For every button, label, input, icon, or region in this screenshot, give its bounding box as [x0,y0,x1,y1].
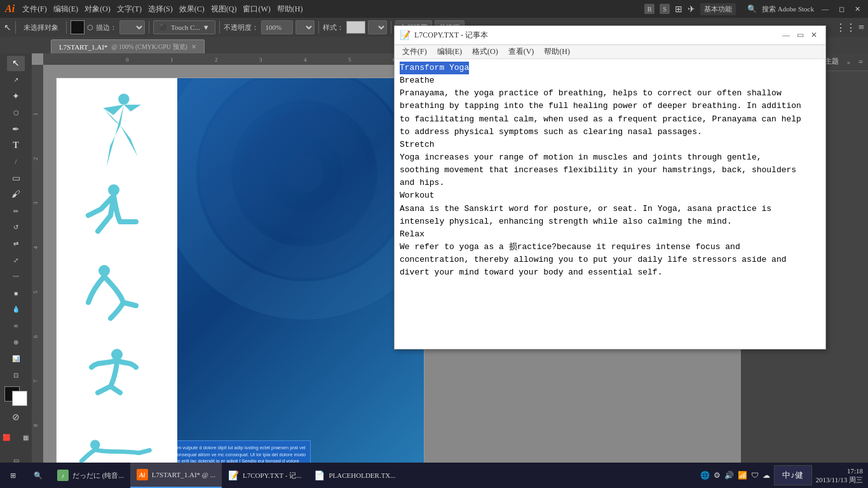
none-color[interactable]: ⊘ [7,410,25,425]
illustrator-label: L7START_1.AI* @ ... [152,471,215,478]
bridge-icon[interactable]: S [660,4,670,14]
selection-tool[interactable]: ↖ [7,56,25,71]
opacity-input[interactable]: 100% [261,20,293,34]
notepad-maximize-btn[interactable]: ▭ [794,29,806,42]
grid-icon[interactable]: ⊞ [675,4,682,15]
menu-object[interactable]: 对象(O) [85,4,111,15]
menu-window[interactable]: 窗口(W) [243,4,270,15]
yoga-figure-3 [79,251,155,329]
blend-tool[interactable]: ∞ [7,318,25,334]
svg-text:3: 3 [32,201,39,205]
window-close[interactable]: ✕ [852,4,863,15]
touch-selector[interactable]: ⚫ Touch C... ▼ [153,20,215,34]
direct-selection-tool[interactable]: ↗ [7,72,25,88]
notepad-close-btn[interactable]: ✕ [808,29,820,42]
menu-edit[interactable]: 编辑(E) [53,4,78,15]
window-minimize[interactable]: — [819,4,831,14]
warp-tool[interactable]: 〰 [7,269,25,284]
pen-tool[interactable]: ✒ [7,121,25,137]
touch-value: Touch C... [171,24,200,31]
scale-tool[interactable]: ⤢ [7,253,25,268]
paintbrush-tool[interactable]: 🖌 [7,187,25,202]
gradient-tool[interactable]: ■ [7,285,25,301]
menu-text[interactable]: 文字(T) [117,4,142,15]
yoga-figure-4 [79,329,155,406]
notepad-textarea[interactable] [395,59,825,349]
taskbar-app-placeholder[interactable]: 📄 PLACEHOLDER.TX... [308,463,402,488]
search-icon[interactable]: 🔍 [747,4,757,14]
notepad-menu-edit[interactable]: 编辑(E) [432,45,467,59]
taskbar-search-icon: 🔍 [34,471,43,480]
notepad-menu-help[interactable]: 帮助(H) [539,45,575,59]
workspace-selector[interactable]: 基本功能 [700,3,736,15]
stroke-icon[interactable]: ⬡ [87,24,93,32]
yoga-figure-2 [79,173,155,251]
stroke-color-box[interactable] [12,391,27,406]
share-icon[interactable]: ✈ [688,4,695,15]
volume-icon[interactable]: 🔊 [724,471,734,480]
svg-text:2: 2 [215,57,218,63]
taskbar-search-btn[interactable]: 🔍 [25,463,51,488]
extensions-icon[interactable]: B [644,4,654,14]
menu-effect[interactable]: 效果(C) [179,4,205,15]
start-button[interactable]: ⊞ [0,463,25,488]
mirror-tool[interactable]: ⇄ [7,236,25,252]
gradient-mode-icon[interactable]: ▦ [17,428,34,446]
taskbar-app-notepad-l7[interactable]: 📝 L7COPY.TXT - 记... [222,463,308,488]
menu-select[interactable]: 选择(S) [148,4,173,15]
artboard-left [57,78,177,470]
search-stock[interactable]: 搜索 Adobe Stock [762,4,814,14]
graph-tool[interactable]: 📊 [7,351,25,366]
more-options-icon[interactable]: ⋮⋮ [836,22,856,34]
stroke-selector[interactable] [119,20,145,34]
style-dropdown[interactable] [368,20,387,34]
style-label: 样式： [323,23,344,32]
taskbar-app-illustrator[interactable]: Ai L7START_1.AI* @ ... [130,463,222,488]
panel-menu-icon[interactable]: ≡ [858,57,863,67]
wifi-icon[interactable]: 📶 [738,471,747,480]
tab-close-icon[interactable]: ✕ [191,43,196,50]
main-document-tab[interactable]: L7START_1.AI* @ 100% (CMYK/GPU 预览) ✕ [51,39,205,53]
eyedropper-tool[interactable]: 💧 [7,302,25,317]
antivirus-icon[interactable]: 🛡 [751,471,759,480]
opacity-dropdown[interactable] [295,20,315,34]
menu-file[interactable]: 文件(F) [22,4,47,15]
left-tool-panel: ↖ ↗ ✦ ⬡ ✒ T / ▭ 🖌 ✏ ↺ ⇄ ⤢ 〰 ■ 💧 ∞ ⊕ 📊 ⊡ … [0,53,32,470]
text-tool[interactable]: T [7,138,25,153]
taskbar-app-dattani[interactable]: ♪ だっだに (纯音... [51,463,130,488]
menu-help[interactable]: 帮助(H) [277,4,303,15]
panel-toggle-icon[interactable]: ≡ [858,22,864,33]
clock[interactable]: 17:18 2013/11/13 周三 [816,466,863,485]
notepad-menu-view[interactable]: 查看(V) [503,45,539,59]
notepad-menu-format[interactable]: 格式(O) [467,45,503,59]
pencil-tool[interactable]: ✏ [7,203,25,219]
line-tool[interactable]: / [7,154,25,170]
magic-wand-tool[interactable]: ✦ [7,89,25,104]
lasso-tool[interactable]: ⬡ [7,105,25,120]
rotate-tool[interactable]: ↺ [7,220,25,235]
svg-text:4: 4 [304,57,307,63]
network-icon[interactable]: 🌐 [700,471,710,480]
notepad-minimize-btn[interactable]: — [780,29,792,42]
symbol-tool[interactable]: ⊕ [7,335,25,350]
artboard-right: Num doloreetum ven sequam ver suscipisti… [177,78,424,470]
settings-icon[interactable]: ⚙ [714,471,721,480]
selection-tool-icon[interactable]: ↖ [4,22,11,33]
no-selection-label: 未选择对象 [20,20,62,34]
menu-view[interactable]: 视图(Q) [211,4,237,15]
artboard-tool[interactable]: ⊡ [7,367,25,383]
svg-text:5: 5 [32,290,39,294]
notepad-title-icon: 📝 [400,30,410,41]
notepad-menu-file[interactable]: 文件(F) [397,45,432,59]
artboard: Num doloreetum ven sequam ver suscipisti… [56,78,424,470]
panel-expand-icon[interactable]: » [847,58,850,65]
ime-indicator[interactable]: 中♪健 [774,465,812,485]
window-maximize[interactable]: ◻ [836,4,847,15]
rect-tool[interactable]: ▭ [7,171,25,186]
ai-logo: Ai [5,3,15,15]
color-fill-swatch[interactable] [71,20,85,34]
style-swatch[interactable] [346,21,365,34]
color-mode-icon[interactable]: 🟥 [0,428,15,446]
yoga-figure-1 [79,91,155,173]
artboard-right-background [177,78,424,470]
